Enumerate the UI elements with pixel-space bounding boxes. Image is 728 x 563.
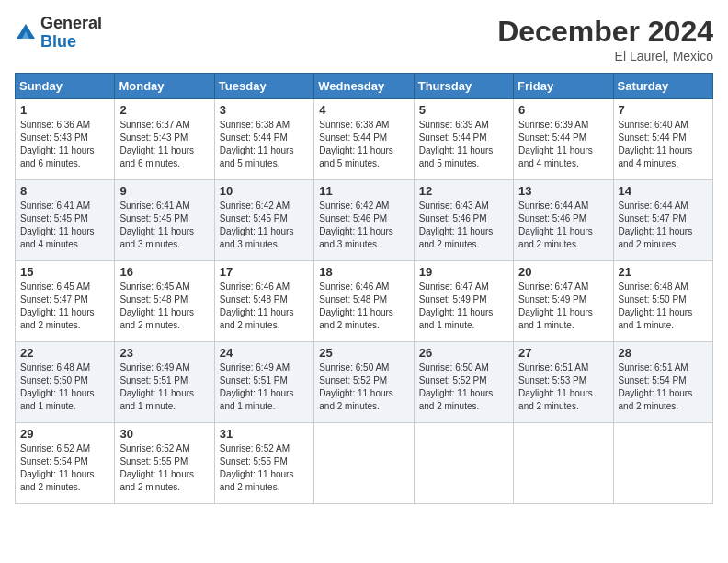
calendar-cell: 20 Sunrise: 6:47 AMSunset: 5:49 PMDaylig… xyxy=(514,261,613,342)
day-info: Sunrise: 6:42 AMSunset: 5:45 PMDaylight:… xyxy=(220,201,294,249)
logo-blue: Blue xyxy=(40,33,102,52)
day-number: 29 xyxy=(20,427,109,441)
day-info: Sunrise: 6:38 AMSunset: 5:44 PMDaylight:… xyxy=(220,120,294,168)
page-header: General Blue December 2024 El Laurel, Me… xyxy=(15,15,713,63)
calendar-cell: 15 Sunrise: 6:45 AMSunset: 5:47 PMDaylig… xyxy=(16,261,115,342)
day-info: Sunrise: 6:39 AMSunset: 5:44 PMDaylight:… xyxy=(518,120,593,168)
calendar-table: SundayMondayTuesdayWednesdayThursdayFrid… xyxy=(15,73,713,504)
calendar-cell: 19 Sunrise: 6:47 AMSunset: 5:49 PMDaylig… xyxy=(414,261,513,342)
day-info: Sunrise: 6:38 AMSunset: 5:44 PMDaylight:… xyxy=(319,120,393,168)
day-info: Sunrise: 6:44 AMSunset: 5:46 PMDaylight:… xyxy=(518,201,593,249)
day-number: 17 xyxy=(220,265,309,279)
calendar-week-row: 15 Sunrise: 6:45 AMSunset: 5:47 PMDaylig… xyxy=(16,261,713,342)
day-number: 3 xyxy=(220,103,309,117)
day-number: 20 xyxy=(518,265,608,279)
logo: General Blue xyxy=(15,15,102,52)
day-info: Sunrise: 6:45 AMSunset: 5:47 PMDaylight:… xyxy=(20,282,95,330)
calendar-cell: 24 Sunrise: 6:49 AMSunset: 5:51 PMDaylig… xyxy=(214,342,313,423)
day-info: Sunrise: 6:45 AMSunset: 5:48 PMDaylight:… xyxy=(119,282,194,330)
calendar-cell: 6 Sunrise: 6:39 AMSunset: 5:44 PMDayligh… xyxy=(514,99,613,180)
calendar-cell xyxy=(314,423,414,504)
calendar-cell: 2 Sunrise: 6:37 AMSunset: 5:43 PMDayligh… xyxy=(115,99,214,180)
calendar-cell: 30 Sunrise: 6:52 AMSunset: 5:55 PMDaylig… xyxy=(115,423,214,504)
day-number: 31 xyxy=(220,427,309,441)
calendar-week-row: 22 Sunrise: 6:48 AMSunset: 5:50 PMDaylig… xyxy=(16,342,713,423)
day-number: 22 xyxy=(20,346,109,360)
day-info: Sunrise: 6:51 AMSunset: 5:54 PMDaylight:… xyxy=(619,362,693,411)
calendar-cell: 9 Sunrise: 6:41 AMSunset: 5:45 PMDayligh… xyxy=(115,180,214,261)
day-info: Sunrise: 6:44 AMSunset: 5:47 PMDaylight:… xyxy=(619,201,693,249)
day-number: 26 xyxy=(419,346,508,360)
calendar-cell: 27 Sunrise: 6:51 AMSunset: 5:53 PMDaylig… xyxy=(514,342,613,423)
day-info: Sunrise: 6:52 AMSunset: 5:54 PMDaylight:… xyxy=(20,443,95,492)
day-number: 7 xyxy=(619,103,708,117)
weekday-header-friday: Friday xyxy=(514,74,613,99)
day-info: Sunrise: 6:52 AMSunset: 5:55 PMDaylight:… xyxy=(119,443,194,492)
calendar-cell: 28 Sunrise: 6:51 AMSunset: 5:54 PMDaylig… xyxy=(613,342,712,423)
day-info: Sunrise: 6:40 AMSunset: 5:44 PMDaylight:… xyxy=(619,120,693,168)
day-info: Sunrise: 6:50 AMSunset: 5:52 PMDaylight:… xyxy=(319,362,393,411)
calendar-cell: 17 Sunrise: 6:46 AMSunset: 5:48 PMDaylig… xyxy=(214,261,313,342)
title-block: December 2024 El Laurel, Mexico xyxy=(497,15,713,63)
day-info: Sunrise: 6:43 AMSunset: 5:46 PMDaylight:… xyxy=(419,201,494,249)
calendar-cell xyxy=(414,423,513,504)
weekday-header-tuesday: Tuesday xyxy=(214,74,313,99)
month-title: December 2024 xyxy=(497,15,713,49)
calendar-cell: 29 Sunrise: 6:52 AMSunset: 5:54 PMDaylig… xyxy=(16,423,115,504)
calendar-cell xyxy=(514,423,613,504)
day-number: 13 xyxy=(518,184,608,198)
weekday-header-monday: Monday xyxy=(115,74,214,99)
calendar-cell: 11 Sunrise: 6:42 AMSunset: 5:46 PMDaylig… xyxy=(314,180,414,261)
calendar-week-row: 8 Sunrise: 6:41 AMSunset: 5:45 PMDayligh… xyxy=(16,180,713,261)
calendar-cell: 5 Sunrise: 6:39 AMSunset: 5:44 PMDayligh… xyxy=(414,99,513,180)
calendar-cell: 13 Sunrise: 6:44 AMSunset: 5:46 PMDaylig… xyxy=(514,180,613,261)
logo-general: General xyxy=(40,15,102,33)
day-number: 10 xyxy=(220,184,309,198)
calendar-cell: 26 Sunrise: 6:50 AMSunset: 5:52 PMDaylig… xyxy=(414,342,513,423)
calendar-cell: 10 Sunrise: 6:42 AMSunset: 5:45 PMDaylig… xyxy=(214,180,313,261)
day-number: 21 xyxy=(619,265,708,279)
day-info: Sunrise: 6:41 AMSunset: 5:45 PMDaylight:… xyxy=(119,201,194,249)
calendar-cell: 7 Sunrise: 6:40 AMSunset: 5:44 PMDayligh… xyxy=(613,99,712,180)
day-info: Sunrise: 6:48 AMSunset: 5:50 PMDaylight:… xyxy=(20,362,95,411)
day-number: 27 xyxy=(518,346,608,360)
weekday-header-saturday: Saturday xyxy=(613,74,712,99)
logo-text: General Blue xyxy=(40,15,102,52)
day-number: 15 xyxy=(20,265,109,279)
day-info: Sunrise: 6:47 AMSunset: 5:49 PMDaylight:… xyxy=(518,282,593,330)
calendar-week-row: 1 Sunrise: 6:36 AMSunset: 5:43 PMDayligh… xyxy=(16,99,713,180)
calendar-cell: 14 Sunrise: 6:44 AMSunset: 5:47 PMDaylig… xyxy=(613,180,712,261)
day-info: Sunrise: 6:52 AMSunset: 5:55 PMDaylight:… xyxy=(220,443,294,492)
day-number: 2 xyxy=(119,103,209,117)
calendar-cell: 22 Sunrise: 6:48 AMSunset: 5:50 PMDaylig… xyxy=(16,342,115,423)
calendar-cell: 16 Sunrise: 6:45 AMSunset: 5:48 PMDaylig… xyxy=(115,261,214,342)
day-info: Sunrise: 6:49 AMSunset: 5:51 PMDaylight:… xyxy=(220,362,294,411)
day-number: 1 xyxy=(20,103,109,117)
calendar-cell: 21 Sunrise: 6:48 AMSunset: 5:50 PMDaylig… xyxy=(613,261,712,342)
calendar-cell: 23 Sunrise: 6:49 AMSunset: 5:51 PMDaylig… xyxy=(115,342,214,423)
day-info: Sunrise: 6:49 AMSunset: 5:51 PMDaylight:… xyxy=(119,362,194,411)
logo-icon xyxy=(15,22,37,44)
day-number: 16 xyxy=(119,265,209,279)
day-number: 24 xyxy=(220,346,309,360)
day-info: Sunrise: 6:39 AMSunset: 5:44 PMDaylight:… xyxy=(419,120,494,168)
day-number: 8 xyxy=(20,184,109,198)
calendar-cell: 3 Sunrise: 6:38 AMSunset: 5:44 PMDayligh… xyxy=(214,99,313,180)
day-number: 30 xyxy=(119,427,209,441)
calendar-cell: 8 Sunrise: 6:41 AMSunset: 5:45 PMDayligh… xyxy=(16,180,115,261)
day-info: Sunrise: 6:47 AMSunset: 5:49 PMDaylight:… xyxy=(419,282,494,330)
weekday-header-sunday: Sunday xyxy=(16,74,115,99)
day-number: 14 xyxy=(619,184,708,198)
calendar-week-row: 29 Sunrise: 6:52 AMSunset: 5:54 PMDaylig… xyxy=(16,423,713,504)
day-info: Sunrise: 6:46 AMSunset: 5:48 PMDaylight:… xyxy=(319,282,393,330)
calendar-cell: 25 Sunrise: 6:50 AMSunset: 5:52 PMDaylig… xyxy=(314,342,414,423)
calendar-cell: 4 Sunrise: 6:38 AMSunset: 5:44 PMDayligh… xyxy=(314,99,414,180)
day-info: Sunrise: 6:42 AMSunset: 5:46 PMDaylight:… xyxy=(319,201,393,249)
day-number: 5 xyxy=(419,103,508,117)
weekday-header-wednesday: Wednesday xyxy=(314,74,414,99)
day-info: Sunrise: 6:51 AMSunset: 5:53 PMDaylight:… xyxy=(518,362,593,411)
day-info: Sunrise: 6:50 AMSunset: 5:52 PMDaylight:… xyxy=(419,362,494,411)
day-number: 9 xyxy=(119,184,209,198)
day-number: 19 xyxy=(419,265,508,279)
calendar-header-row: SundayMondayTuesdayWednesdayThursdayFrid… xyxy=(16,74,713,99)
